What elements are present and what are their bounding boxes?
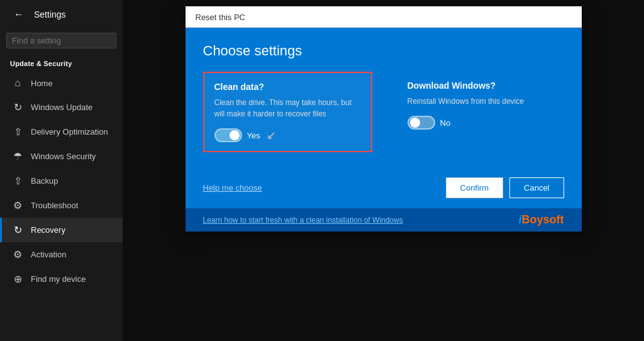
- back-button[interactable]: ←: [10, 8, 28, 21]
- dialog-backdrop: Reset this PC Choose settings Clean data…: [123, 0, 644, 341]
- sidebar-header: ← Settings: [0, 0, 123, 29]
- options-row: Clean data? Clean the drive. This may ta…: [203, 72, 564, 152]
- search-input[interactable]: [12, 36, 111, 45]
- troubleshoot-icon: ⚙: [12, 199, 23, 211]
- windows-update-icon: ↻: [12, 101, 23, 113]
- action-buttons: Confirm Cancel: [446, 177, 564, 198]
- toggle-thumb: [230, 130, 240, 140]
- reset-pc-dialog: Reset this PC Choose settings Clean data…: [186, 6, 582, 232]
- sidebar-item-label: Windows Update: [31, 103, 92, 112]
- brand-logo: iBoysoft: [518, 213, 564, 226]
- sidebar-item-label: Backup: [31, 176, 58, 186]
- recovery-icon: ↻: [12, 224, 23, 236]
- sidebar-item-backup[interactable]: ⇧ Backup: [0, 169, 123, 193]
- clean-data-description: Clean the drive. This may take hours, bu…: [214, 97, 361, 120]
- section-label: Update & Security: [0, 53, 123, 71]
- sidebar-item-windows-update[interactable]: ↻ Windows Update: [0, 95, 123, 120]
- download-windows-toggle-container: No: [408, 116, 554, 130]
- search-box[interactable]: [6, 33, 116, 48]
- clean-data-toggle-container: Yes ↙: [214, 128, 361, 142]
- download-windows-toggle-label: No: [440, 118, 451, 128]
- delivery-optimization-icon: ⇧: [12, 126, 23, 138]
- download-windows-toggle[interactable]: [408, 116, 435, 130]
- main-content: Reset this PC Choose settings Clean data…: [123, 0, 644, 341]
- clean-data-toggle-label: Yes: [247, 131, 260, 140]
- dialog-body: Choose settings Clean data? Clean the dr…: [186, 28, 582, 177]
- cancel-button[interactable]: Cancel: [509, 177, 564, 198]
- sidebar-title: Settings: [34, 9, 66, 20]
- home-icon: ⌂: [12, 77, 23, 89]
- sidebar-item-label: Activation: [31, 250, 66, 259]
- dialog-title-bar: Reset this PC: [186, 6, 582, 28]
- sidebar-item-label: Troubleshoot: [31, 201, 78, 210]
- bottom-info-link[interactable]: Learn how to start fresh with a clean in…: [203, 216, 403, 225]
- find-device-icon: ⊕: [12, 273, 23, 285]
- sidebar-item-home[interactable]: ⌂ Home: [0, 71, 123, 95]
- shield-icon: ☂: [12, 150, 23, 162]
- sidebar-item-delivery-optimization[interactable]: ⇧ Delivery Optimization: [0, 120, 123, 144]
- download-windows-description: Reinstall Windows from this device: [408, 96, 554, 107]
- sidebar-item-label: Find my device: [31, 274, 86, 284]
- sidebar-item-activation[interactable]: ⚙ Activation: [0, 242, 123, 267]
- sidebar: ← Settings Update & Security ⌂ Home ↻ Wi…: [0, 0, 123, 341]
- sidebar-item-recovery[interactable]: ↻ Recovery: [0, 218, 123, 242]
- activation-icon: ⚙: [12, 249, 23, 260]
- clean-data-title: Clean data?: [214, 82, 361, 92]
- dialog-bottom-bar: Learn how to start fresh with a clean in…: [186, 208, 582, 232]
- sidebar-item-label: Windows Security: [31, 152, 96, 161]
- dialog-title: Reset this PC: [196, 13, 245, 22]
- sidebar-item-windows-security[interactable]: ☂ Windows Security: [0, 144, 123, 169]
- dialog-actions: Help me choose Confirm Cancel: [186, 177, 582, 208]
- download-windows-option: Download Windows? Reinstall Windows from…: [397, 72, 564, 152]
- sidebar-item-label: Recovery: [31, 225, 65, 235]
- clean-data-option: Clean data? Clean the drive. This may ta…: [203, 72, 372, 152]
- help-me-choose-link[interactable]: Help me choose: [203, 183, 262, 193]
- sidebar-item-troubleshoot[interactable]: ⚙ Troubleshoot: [0, 193, 123, 218]
- backup-icon: ⇧: [12, 175, 23, 187]
- toggle-thumb: [410, 118, 420, 128]
- clean-data-toggle[interactable]: [214, 128, 242, 142]
- sidebar-item-find-my-device[interactable]: ⊕ Find my device: [0, 267, 123, 291]
- cursor-pointer: ↙: [267, 128, 276, 142]
- download-windows-title: Download Windows?: [408, 81, 554, 91]
- confirm-button[interactable]: Confirm: [446, 177, 504, 198]
- sidebar-item-label: Delivery Optimization: [31, 127, 108, 137]
- dialog-heading: Choose settings: [203, 43, 564, 59]
- sidebar-item-label: Home: [31, 79, 53, 88]
